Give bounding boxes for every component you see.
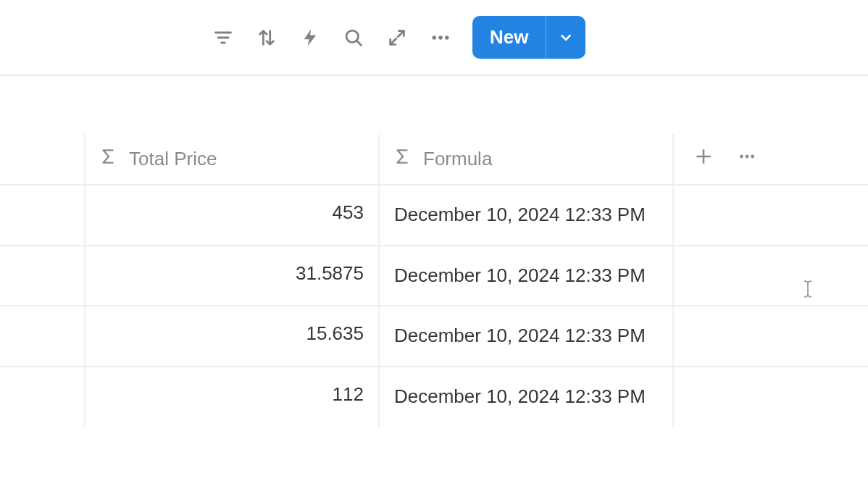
table-header: Total Price Formula (0, 134, 868, 185)
cell-leading[interactable] (0, 306, 85, 366)
search-icon[interactable] (342, 26, 365, 49)
sigma-icon (99, 147, 117, 171)
filter-icon[interactable] (212, 26, 235, 49)
cell-leading[interactable] (0, 185, 85, 245)
cell-total-price[interactable]: 453 (85, 185, 380, 245)
svg-line-4 (356, 41, 361, 45)
sort-icon[interactable] (255, 26, 278, 49)
more-icon[interactable] (429, 26, 452, 49)
table-row[interactable]: 453 December 10, 2024 12:33 PM (0, 185, 868, 246)
database-table: Total Price Formula (0, 134, 868, 427)
cell-total-price[interactable]: 15.635 (85, 306, 380, 366)
svg-point-14 (751, 155, 754, 159)
cell-leading[interactable] (0, 367, 85, 427)
text-cursor-icon (801, 280, 814, 301)
cell-trailing (674, 246, 868, 306)
svg-point-12 (740, 155, 743, 159)
new-button[interactable]: New (472, 16, 546, 59)
table-row[interactable]: 15.635 December 10, 2024 12:33 PM (0, 306, 868, 367)
table-row[interactable]: 112 December 10, 2024 12:33 PM (0, 367, 868, 427)
column-header-total-price[interactable]: Total Price (85, 134, 380, 184)
column-more-icon[interactable] (738, 147, 756, 171)
expand-icon[interactable] (385, 26, 409, 49)
table-row[interactable]: 31.5875 December 10, 2024 12:33 PM (0, 246, 868, 307)
cell-trailing (674, 367, 868, 427)
cell-formula[interactable]: December 10, 2024 12:33 PM (380, 185, 674, 245)
column-header-formula[interactable]: Formula (380, 134, 674, 184)
cell-leading[interactable] (0, 246, 85, 306)
add-column-icon[interactable] (694, 147, 713, 171)
column-header-actions (674, 134, 868, 184)
cell-formula[interactable]: December 10, 2024 12:33 PM (380, 367, 674, 427)
svg-point-9 (445, 35, 449, 40)
svg-point-8 (438, 35, 443, 40)
cell-trailing (674, 185, 868, 245)
column-label: Formula (423, 148, 492, 170)
cell-formula[interactable]: December 10, 2024 12:33 PM (380, 246, 674, 306)
new-button-label: New (490, 26, 528, 49)
column-label: Total Price (129, 148, 217, 170)
new-dropdown-caret[interactable] (546, 16, 585, 59)
svg-point-13 (746, 155, 749, 159)
table-body: 453 December 10, 2024 12:33 PM 31.5875 D… (0, 185, 868, 427)
database-toolbar: New (0, 0, 868, 76)
svg-point-7 (433, 35, 437, 40)
cell-total-price[interactable]: 112 (85, 367, 380, 427)
new-button-group: New (472, 16, 585, 59)
cell-formula[interactable]: December 10, 2024 12:33 PM (380, 306, 674, 366)
cell-trailing (674, 306, 868, 366)
column-header-leading[interactable] (0, 134, 85, 184)
bolt-icon[interactable] (299, 26, 322, 49)
sigma-icon (393, 147, 412, 171)
cell-total-price[interactable]: 31.5875 (85, 246, 380, 306)
